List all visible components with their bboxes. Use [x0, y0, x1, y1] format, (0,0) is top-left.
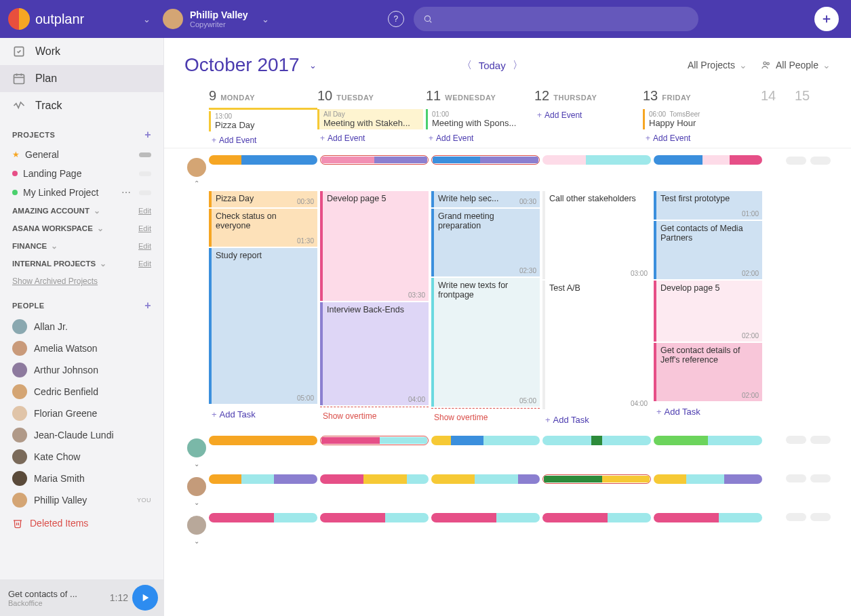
task-card[interactable]: Test first prototype01:00	[654, 191, 762, 220]
capacity-bar[interactable]	[209, 474, 317, 484]
person-item[interactable]: Phillip ValleyYOU	[0, 489, 163, 511]
day-header[interactable]: 12THURSDAY	[534, 88, 643, 108]
capacity-bar[interactable]	[542, 436, 651, 445]
event-item[interactable]: 13:00Pizza Day	[209, 111, 315, 131]
task-card[interactable]: Write help sec...00:30	[431, 191, 540, 207]
capacity-bar[interactable]	[542, 155, 651, 165]
show-overtime-link[interactable]: Show overtime	[320, 407, 429, 425]
project-linked[interactable]: My Linked Project ⋯	[0, 183, 163, 202]
group-finance[interactable]: FINANCE⌄Edit	[0, 237, 163, 255]
capacity-bar[interactable]	[431, 155, 540, 165]
person-item[interactable]: Allan Jr.	[0, 316, 163, 337]
task-card[interactable]: Get contact details of Jeff's reference0…	[654, 343, 762, 401]
edit-link[interactable]: Edit	[138, 242, 151, 250]
person-item[interactable]: Amelia Watson	[0, 337, 163, 359]
person-item[interactable]: Cedric Benfield	[0, 381, 163, 403]
capacity-bar[interactable]	[654, 155, 762, 165]
task-card[interactable]: Study report05:00	[209, 248, 317, 404]
add-project-button[interactable]: +	[144, 129, 151, 141]
capacity-bar[interactable]	[654, 436, 762, 445]
add-button[interactable]	[814, 7, 839, 31]
prev-button[interactable]: 〈	[462, 59, 472, 72]
avatar[interactable]	[187, 516, 206, 535]
edit-link[interactable]: Edit	[138, 260, 151, 268]
add-event-button[interactable]: + Add Event	[643, 131, 751, 146]
filter-people[interactable]: All People⌄	[761, 60, 831, 70]
add-event-button[interactable]: + Add Event	[317, 131, 426, 146]
add-person-button[interactable]: +	[144, 300, 151, 312]
person-item[interactable]: Florian Greene	[0, 403, 163, 424]
task-card[interactable]: Get contacts of Media Partners02:00	[654, 221, 762, 279]
project-general[interactable]: ★ General	[0, 145, 163, 164]
task-card[interactable]: Interview Back-Ends04:00	[320, 302, 429, 405]
add-event-button[interactable]: + Add Event	[426, 131, 534, 146]
task-card[interactable]: Grand meeting preparation02:30	[431, 209, 540, 276]
capacity-bar[interactable]	[209, 436, 317, 445]
task-card[interactable]: Check status on everyone01:30	[209, 209, 317, 247]
workspace-switcher[interactable]: outplanr ⌄	[8, 8, 156, 30]
add-event-button[interactable]: + Add Event	[209, 133, 317, 148]
person-item[interactable]: Arthur Johnson	[0, 359, 163, 381]
task-card[interactable]: Test A/B04:00	[542, 281, 651, 409]
project-landing-page[interactable]: Landing Page	[0, 164, 163, 183]
next-button[interactable]: 〉	[513, 59, 523, 72]
event-item[interactable]: 01:00Meeting with Spons...	[426, 109, 532, 129]
capacity-bar[interactable]	[431, 436, 540, 445]
avatar[interactable]	[187, 438, 206, 457]
day-header[interactable]: 11WEDNESDAY	[426, 88, 534, 108]
avatar[interactable]	[187, 158, 206, 177]
person-item[interactable]: Maria Smith	[0, 468, 163, 489]
user-switcher[interactable]: Phillip Valley Copywriter ⌄	[156, 9, 281, 29]
capacity-bar[interactable]	[654, 474, 762, 484]
task-card[interactable]: Develop page 502:00	[654, 281, 762, 342]
deleted-items[interactable]: Deleted Items	[0, 511, 163, 535]
group-internal[interactable]: INTERNAL PROJECTS⌄Edit	[0, 255, 163, 272]
month-dropdown[interactable]: ⌄	[309, 60, 317, 70]
capacity-bar[interactable]	[654, 513, 762, 522]
add-event-button[interactable]: + Add Event	[534, 108, 643, 123]
today-button[interactable]: Today	[479, 60, 506, 71]
capacity-bar[interactable]	[209, 513, 317, 522]
task-card[interactable]: Develop page 503:30	[320, 191, 429, 301]
add-task-button[interactable]: + Add Task	[209, 405, 317, 424]
filter-projects[interactable]: All Projects⌄	[688, 60, 747, 70]
capacity-bar[interactable]	[320, 155, 429, 165]
nav-track[interactable]: Track	[0, 92, 163, 119]
show-overtime-link[interactable]: Show overtime	[431, 409, 540, 426]
expand-icon[interactable]: ⌄	[194, 499, 199, 506]
capacity-bar[interactable]	[542, 474, 651, 484]
expand-icon[interactable]: ⌄	[194, 537, 199, 545]
capacity-bar[interactable]	[320, 474, 429, 484]
day-header[interactable]: 10TUESDAY	[317, 88, 426, 108]
capacity-bar[interactable]	[320, 436, 429, 445]
add-task-button[interactable]: + Add Task	[654, 403, 762, 421]
event-item[interactable]: 06:00 TomsBeerHappy Hour	[643, 109, 749, 129]
capacity-bar[interactable]	[320, 513, 429, 522]
person-item[interactable]: Kate Chow	[0, 446, 163, 468]
capacity-bar[interactable]	[542, 513, 651, 522]
event-item[interactable]: All DayMeeting with Stakeh...	[317, 109, 423, 129]
nav-plan[interactable]: Plan	[0, 65, 163, 92]
nav-work[interactable]: Work	[0, 38, 163, 65]
capacity-bar[interactable]	[431, 474, 540, 484]
add-task-button[interactable]: + Add Task	[542, 411, 651, 429]
capacity-bar[interactable]	[431, 513, 540, 522]
day-header[interactable]: 13FRIDAY	[643, 88, 751, 108]
play-button[interactable]	[132, 585, 158, 611]
show-archived-link[interactable]: Show Archived Projects	[0, 272, 163, 290]
collapse-icon[interactable]: ⌃	[194, 180, 199, 187]
expand-icon[interactable]: ⌄	[194, 460, 199, 468]
task-card[interactable]: Write new texts for frontpage05:00	[431, 278, 540, 407]
capacity-bar[interactable]	[209, 155, 317, 165]
help-button[interactable]: ?	[388, 11, 404, 27]
group-asana[interactable]: ASANA WORKSPACE⌄Edit	[0, 220, 163, 237]
person-item[interactable]: Jean-Claude Lundi	[0, 424, 163, 446]
task-card[interactable]: Pizza Day00:30	[209, 191, 317, 207]
avatar[interactable]	[187, 477, 206, 496]
day-header[interactable]: 9MONDAY	[209, 88, 317, 110]
group-amazing[interactable]: AMAZING ACCOUNT⌄Edit	[0, 202, 163, 220]
search-input[interactable]	[414, 7, 698, 31]
edit-link[interactable]: Edit	[138, 224, 151, 232]
now-playing[interactable]: Get contacts of ... Backoffice 1:12	[0, 579, 163, 616]
task-card[interactable]: Call other stakeholders03:00	[542, 191, 651, 279]
